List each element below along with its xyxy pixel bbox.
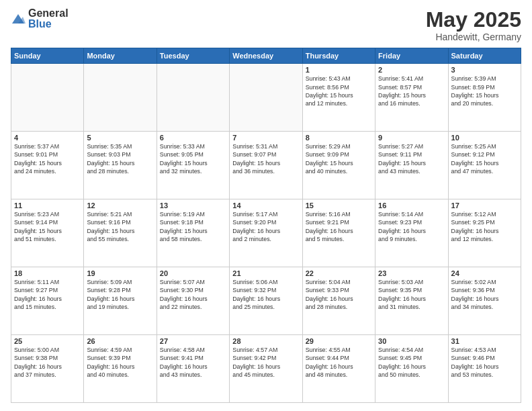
day-info: Sunrise: 5:43 AM Sunset: 8:56 PM Dayligh… bbox=[306, 75, 372, 107]
day-number: 20 bbox=[160, 269, 226, 277]
day-number: 19 bbox=[87, 269, 153, 277]
logo-blue-text: Blue bbox=[28, 19, 69, 30]
calendar-cell: 8Sunrise: 5:29 AM Sunset: 9:09 PM Daylig… bbox=[302, 132, 375, 199]
day-number: 15 bbox=[306, 201, 372, 210]
day-info: Sunrise: 4:59 AM Sunset: 9:39 PM Dayligh… bbox=[87, 346, 153, 379]
day-info: Sunrise: 5:35 AM Sunset: 9:03 PM Dayligh… bbox=[87, 142, 153, 175]
calendar-cell: 28Sunrise: 4:57 AM Sunset: 9:42 PM Dayli… bbox=[230, 335, 302, 403]
day-info: Sunrise: 5:12 AM Sunset: 9:25 PM Dayligh… bbox=[451, 210, 518, 243]
day-number: 28 bbox=[232, 337, 299, 345]
day-info: Sunrise: 5:06 AM Sunset: 9:32 PM Dayligh… bbox=[232, 278, 299, 311]
day-info: Sunrise: 5:39 AM Sunset: 8:59 PM Dayligh… bbox=[451, 75, 518, 107]
day-number: 13 bbox=[160, 201, 226, 210]
calendar-cell: 12Sunrise: 5:21 AM Sunset: 9:16 PM Dayli… bbox=[84, 199, 157, 267]
day-info: Sunrise: 5:19 AM Sunset: 9:18 PM Dayligh… bbox=[160, 210, 226, 243]
day-info: Sunrise: 5:37 AM Sunset: 9:01 PM Dayligh… bbox=[14, 142, 81, 175]
day-number: 9 bbox=[378, 134, 445, 142]
day-number: 30 bbox=[378, 337, 445, 345]
day-info: Sunrise: 5:21 AM Sunset: 9:16 PM Dayligh… bbox=[87, 210, 153, 243]
day-number: 16 bbox=[378, 201, 445, 210]
day-number: 31 bbox=[451, 337, 518, 345]
calendar-cell: 18Sunrise: 5:11 AM Sunset: 9:27 PM Dayli… bbox=[11, 267, 84, 335]
day-number: 21 bbox=[232, 269, 299, 277]
day-number: 24 bbox=[451, 269, 518, 277]
calendar-cell: 24Sunrise: 5:02 AM Sunset: 9:36 PM Dayli… bbox=[448, 267, 521, 335]
day-info: Sunrise: 5:17 AM Sunset: 9:20 PM Dayligh… bbox=[232, 210, 299, 243]
calendar-table: SundayMondayTuesdayWednesdayThursdayFrid… bbox=[11, 48, 521, 403]
logo: General Blue bbox=[11, 8, 69, 30]
header-thursday: Thursday bbox=[302, 48, 375, 64]
day-number: 22 bbox=[306, 269, 372, 277]
day-info: Sunrise: 5:29 AM Sunset: 9:09 PM Dayligh… bbox=[306, 142, 372, 175]
day-info: Sunrise: 5:14 AM Sunset: 9:23 PM Dayligh… bbox=[378, 210, 445, 243]
calendar-cell: 22Sunrise: 5:04 AM Sunset: 9:33 PM Dayli… bbox=[302, 267, 375, 335]
calendar-cell: 2Sunrise: 5:41 AM Sunset: 8:57 PM Daylig… bbox=[375, 64, 448, 132]
calendar-week-2: 4Sunrise: 5:37 AM Sunset: 9:01 PM Daylig… bbox=[11, 132, 521, 199]
day-number: 14 bbox=[232, 201, 299, 210]
calendar-cell: 1Sunrise: 5:43 AM Sunset: 8:56 PM Daylig… bbox=[302, 64, 375, 132]
day-info: Sunrise: 5:04 AM Sunset: 9:33 PM Dayligh… bbox=[306, 278, 372, 311]
day-number: 11 bbox=[14, 201, 81, 210]
day-info: Sunrise: 4:54 AM Sunset: 9:45 PM Dayligh… bbox=[378, 346, 445, 379]
calendar-week-1: 1Sunrise: 5:43 AM Sunset: 8:56 PM Daylig… bbox=[11, 64, 521, 132]
calendar-cell: 14Sunrise: 5:17 AM Sunset: 9:20 PM Dayli… bbox=[230, 199, 302, 267]
page: General Blue May 2025 Handewitt, Germany… bbox=[0, 0, 532, 411]
calendar-header-row: SundayMondayTuesdayWednesdayThursdayFrid… bbox=[11, 48, 521, 64]
calendar-cell: 3Sunrise: 5:39 AM Sunset: 8:59 PM Daylig… bbox=[448, 64, 521, 132]
calendar-cell: 23Sunrise: 5:03 AM Sunset: 9:35 PM Dayli… bbox=[375, 267, 448, 335]
day-info: Sunrise: 5:23 AM Sunset: 9:14 PM Dayligh… bbox=[14, 210, 81, 243]
day-number: 29 bbox=[306, 337, 372, 345]
logo-general-text: General bbox=[28, 8, 69, 19]
day-number: 3 bbox=[451, 66, 518, 74]
header-wednesday: Wednesday bbox=[230, 48, 302, 64]
calendar-cell: 11Sunrise: 5:23 AM Sunset: 9:14 PM Dayli… bbox=[11, 199, 84, 267]
day-info: Sunrise: 4:57 AM Sunset: 9:42 PM Dayligh… bbox=[232, 346, 299, 379]
calendar-cell: 31Sunrise: 4:53 AM Sunset: 9:46 PM Dayli… bbox=[448, 335, 521, 403]
day-number: 8 bbox=[306, 134, 372, 142]
day-number: 1 bbox=[306, 66, 372, 74]
calendar-cell: 27Sunrise: 4:58 AM Sunset: 9:41 PM Dayli… bbox=[157, 335, 229, 403]
day-number: 4 bbox=[14, 134, 81, 142]
header-friday: Friday bbox=[375, 48, 448, 64]
header: General Blue May 2025 Handewitt, Germany bbox=[11, 8, 521, 42]
day-info: Sunrise: 4:53 AM Sunset: 9:46 PM Dayligh… bbox=[451, 346, 518, 379]
calendar-cell bbox=[84, 64, 157, 132]
day-info: Sunrise: 5:00 AM Sunset: 9:38 PM Dayligh… bbox=[14, 346, 81, 379]
calendar-cell: 17Sunrise: 5:12 AM Sunset: 9:25 PM Dayli… bbox=[448, 199, 521, 267]
day-number: 17 bbox=[451, 201, 518, 210]
day-info: Sunrise: 5:33 AM Sunset: 9:05 PM Dayligh… bbox=[160, 142, 226, 175]
header-sunday: Sunday bbox=[11, 48, 84, 64]
day-number: 7 bbox=[232, 134, 299, 142]
day-info: Sunrise: 4:55 AM Sunset: 9:44 PM Dayligh… bbox=[306, 346, 372, 379]
calendar-cell: 9Sunrise: 5:27 AM Sunset: 9:11 PM Daylig… bbox=[375, 132, 448, 199]
calendar-cell: 13Sunrise: 5:19 AM Sunset: 9:18 PM Dayli… bbox=[157, 199, 229, 267]
calendar-week-5: 25Sunrise: 5:00 AM Sunset: 9:38 PM Dayli… bbox=[11, 335, 521, 403]
header-monday: Monday bbox=[84, 48, 157, 64]
day-info: Sunrise: 5:07 AM Sunset: 9:30 PM Dayligh… bbox=[160, 278, 226, 311]
calendar-cell: 5Sunrise: 5:35 AM Sunset: 9:03 PM Daylig… bbox=[84, 132, 157, 199]
calendar-cell: 4Sunrise: 5:37 AM Sunset: 9:01 PM Daylig… bbox=[11, 132, 84, 199]
day-number: 23 bbox=[378, 269, 445, 277]
calendar-cell: 29Sunrise: 4:55 AM Sunset: 9:44 PM Dayli… bbox=[302, 335, 375, 403]
calendar-cell: 26Sunrise: 4:59 AM Sunset: 9:39 PM Dayli… bbox=[84, 335, 157, 403]
day-info: Sunrise: 5:16 AM Sunset: 9:21 PM Dayligh… bbox=[306, 210, 372, 243]
calendar-cell: 19Sunrise: 5:09 AM Sunset: 9:28 PM Dayli… bbox=[84, 267, 157, 335]
day-number: 27 bbox=[160, 337, 226, 345]
day-number: 25 bbox=[14, 337, 81, 345]
calendar-cell bbox=[11, 64, 84, 132]
day-number: 10 bbox=[451, 134, 518, 142]
header-saturday: Saturday bbox=[448, 48, 521, 64]
calendar-week-3: 11Sunrise: 5:23 AM Sunset: 9:14 PM Dayli… bbox=[11, 199, 521, 267]
calendar-week-4: 18Sunrise: 5:11 AM Sunset: 9:27 PM Dayli… bbox=[11, 267, 521, 335]
day-info: Sunrise: 5:09 AM Sunset: 9:28 PM Dayligh… bbox=[87, 278, 153, 311]
calendar-title: May 2025 bbox=[426, 8, 521, 32]
calendar-cell: 20Sunrise: 5:07 AM Sunset: 9:30 PM Dayli… bbox=[157, 267, 229, 335]
day-number: 18 bbox=[14, 269, 81, 277]
day-number: 5 bbox=[87, 134, 153, 142]
logo-icon bbox=[11, 11, 26, 26]
day-number: 12 bbox=[87, 201, 153, 210]
day-number: 6 bbox=[160, 134, 226, 142]
day-number: 2 bbox=[378, 66, 445, 74]
day-info: Sunrise: 5:25 AM Sunset: 9:12 PM Dayligh… bbox=[451, 142, 518, 175]
title-block: May 2025 Handewitt, Germany bbox=[426, 8, 521, 42]
